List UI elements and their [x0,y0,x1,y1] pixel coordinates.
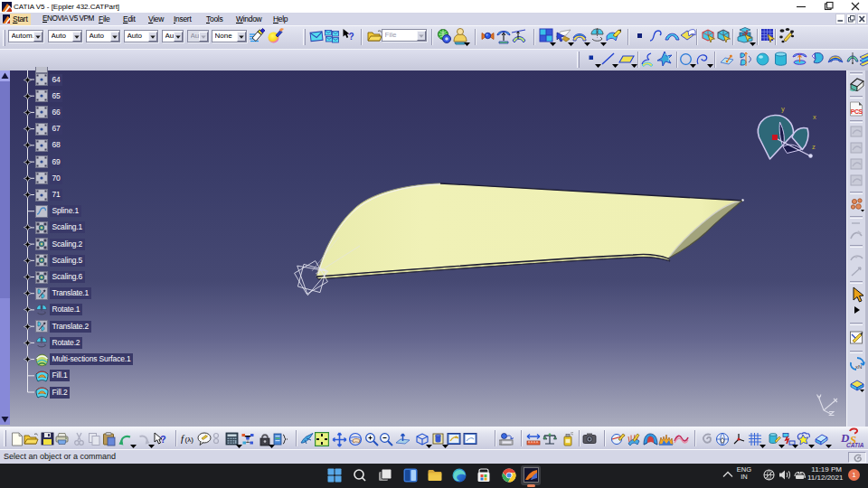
svg-text:(λ): (λ) [185,436,194,444]
svg-text:x: x [813,113,816,121]
svg-text:?: ? [349,32,354,42]
svg-text:CATIA: CATIA [846,442,864,448]
svg-text:y: y [781,105,785,113]
svg-text:xN: xN [855,364,862,370]
svg-text:?: ? [160,434,166,445]
svg-text:PCS: PCS [851,108,863,115]
svg-text:z: z [812,143,816,151]
